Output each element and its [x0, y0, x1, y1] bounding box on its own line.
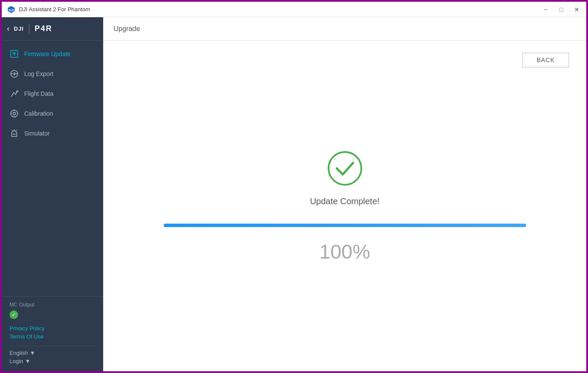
footer-links: Privacy Policy Terms Of Use [9, 325, 95, 340]
app-window: DJI DJI Assistant 2 For Phantom − □ ✕ ‹ … [2, 2, 586, 371]
progress-bar-wrapper [164, 224, 526, 227]
footer-selectors: English ▼ Login ▼ [9, 350, 95, 364]
sidebar-footer: MC Output ✓ Privacy Policy Terms Of Use … [2, 296, 103, 371]
success-circle-icon [326, 149, 364, 188]
login-label: Login [9, 358, 23, 364]
flight-data-label: Flight Data [24, 90, 54, 97]
flight-data-icon [9, 89, 19, 98]
content-header: Upgrade [103, 17, 586, 41]
percent-text: 100% [319, 240, 370, 263]
sidebar: ‹ DJI P4R Firmw [2, 17, 103, 371]
svg-line-14 [12, 130, 13, 131]
logo-area: DJI P4R [14, 24, 52, 34]
firmware-update-icon [9, 49, 19, 59]
app-icon: DJI [7, 5, 16, 14]
logo-separator [29, 24, 29, 34]
dji-logo: DJI [14, 25, 24, 32]
app-title: DJI Assistant 2 For Phantom [19, 6, 541, 13]
update-complete-text: Update Complete! [310, 196, 379, 206]
title-bar: DJI DJI Assistant 2 For Phantom − □ ✕ [2, 2, 586, 17]
svg-point-7 [11, 110, 18, 117]
sidebar-item-flight-data[interactable]: Flight Data [2, 84, 103, 104]
login-chevron-icon: ▼ [25, 358, 31, 364]
firmware-update-label: Firmware Update [24, 51, 70, 57]
login-selector[interactable]: Login ▼ [9, 358, 95, 364]
simulator-icon [9, 129, 19, 138]
content-body: BACK Update Complete! 100% [103, 41, 586, 371]
sidebar-item-log-export[interactable]: Log Export [2, 64, 103, 84]
mc-status-icon: ✓ [9, 310, 18, 319]
log-export-icon [9, 69, 19, 79]
simulator-label: Simulator [24, 130, 50, 137]
svg-point-16 [329, 152, 361, 185]
content-area: Upgrade BACK Update Complete! 100% [103, 17, 586, 371]
language-chevron-icon: ▼ [30, 350, 35, 356]
mc-status: ✓ [9, 310, 95, 319]
sidebar-item-firmware-update[interactable]: Firmware Update [2, 44, 103, 64]
language-label: English [9, 350, 28, 356]
content-title: Upgrade [114, 25, 140, 33]
window-controls: − □ ✕ [541, 5, 581, 14]
sidebar-header: ‹ DJI P4R [2, 17, 103, 41]
progress-bar-fill [164, 224, 526, 227]
privacy-policy-link[interactable]: Privacy Policy [9, 325, 95, 332]
sidebar-item-simulator[interactable]: Simulator [2, 123, 103, 143]
success-icon-container [326, 149, 364, 188]
language-selector[interactable]: English ▼ [9, 350, 95, 356]
calibration-label: Calibration [24, 110, 53, 117]
minimize-button[interactable]: − [541, 5, 550, 14]
restore-button[interactable]: □ [557, 5, 566, 14]
svg-text:DJI: DJI [9, 8, 14, 12]
main-area: ‹ DJI P4R Firmw [2, 17, 586, 371]
close-button[interactable]: ✕ [572, 5, 581, 14]
sidebar-back-button[interactable]: ‹ [7, 24, 9, 33]
sidebar-nav: Firmware Update Log Export [2, 41, 103, 296]
svg-line-15 [16, 130, 17, 131]
svg-point-8 [13, 112, 16, 115]
terms-of-use-link[interactable]: Terms Of Use [9, 333, 95, 340]
sidebar-item-calibration[interactable]: Calibration [2, 104, 103, 123]
log-export-label: Log Export [24, 70, 54, 77]
calibration-icon [9, 109, 19, 118]
mc-output-label: MC Output [9, 302, 95, 308]
back-button[interactable]: BACK [522, 53, 569, 67]
p4r-logo: P4R [35, 24, 52, 33]
footer-divider [9, 346, 95, 346]
